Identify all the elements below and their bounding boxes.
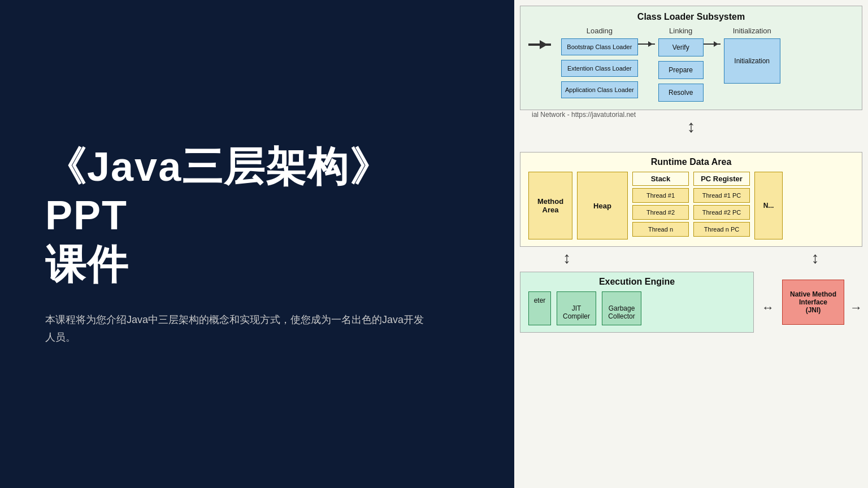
- pc-thread2: Thread #2 PC: [693, 205, 750, 220]
- stack-threads: Thread #1 Thread #2 Thread n: [632, 188, 689, 237]
- website-label: ial Network - https://javatutorial.net: [526, 110, 641, 120]
- pc-threads: Thread #1 PC Thread #2 PC Thread n PC: [693, 188, 750, 237]
- jit-box: JIT Compiler: [557, 291, 596, 325]
- resolve-box: Resolve: [658, 84, 704, 102]
- stack-threadn: Thread n: [632, 222, 689, 237]
- linking-init-arrow: [704, 43, 721, 45]
- left-panel: 《Java三层架构》 PPT 课件 本课程将为您介绍Java中三层架构的概念和实…: [0, 0, 514, 488]
- class-loader-title: Class Loader Subsystem: [528, 12, 854, 22]
- stack-group: Stack Thread #1 Thread #2 Thread n: [632, 172, 689, 239]
- loading-label: Loading: [561, 27, 638, 35]
- middle-arrows: ↕ ↕: [520, 247, 862, 269]
- right-panel: Class Loader Subsystem Loading Bootstrap…: [514, 0, 868, 488]
- native-stack-box: N...: [754, 172, 783, 239]
- linking-phase: Linking Verify Prepare Resolve: [658, 27, 704, 102]
- execution-section: Execution Engine eter JIT Compiler Garba…: [520, 272, 754, 333]
- pc-thread1: Thread #1 PC: [693, 188, 750, 203]
- application-loader-box: Application Class Loader: [561, 81, 638, 98]
- loading-linking-arrow: [638, 43, 655, 45]
- prepare-box: Prepare: [658, 61, 704, 79]
- class-loader-section: Class Loader Subsystem Loading Bootstrap…: [520, 6, 862, 110]
- native-right-arrow: →: [850, 300, 862, 315]
- method-area-box: Method Area: [528, 172, 572, 239]
- bottom-row: Execution Engine eter JIT Compiler Garba…: [520, 272, 862, 333]
- extension-loader-box: Extention Class Loader: [561, 60, 638, 77]
- pc-group: PC Register Thread #1 PC Thread #2 PC Th…: [693, 172, 750, 239]
- stack-thread2: Thread #2: [632, 205, 689, 220]
- exec-native-arrow: ↔: [760, 300, 776, 315]
- stack-thread1: Thread #1: [632, 188, 689, 203]
- subtitle: 本课程将为您介绍Java中三层架构的概念和实现方式，使您成为一名出色的Java开…: [45, 311, 429, 346]
- runtime-section: Runtime Data Area Method Area Heap Stack…: [520, 152, 862, 247]
- native-method-box: Native Method Interface (JNI): [782, 280, 844, 325]
- execution-title: Execution Engine: [528, 277, 745, 287]
- entry-arrow: [528, 43, 557, 46]
- diagram-container: Class Loader Subsystem Loading Bootstrap…: [514, 0, 868, 488]
- pc-label: PC Register: [693, 172, 750, 186]
- bootstrap-loader-box: Bootstrap Class Loader: [561, 38, 638, 55]
- linking-label: Linking: [658, 27, 704, 35]
- pc-threadn: Thread n PC: [693, 222, 750, 237]
- garbage-box: Garbage Collector: [602, 291, 641, 325]
- stack-label: Stack: [632, 172, 689, 186]
- runtime-title: Runtime Data Area: [528, 157, 854, 167]
- main-title: 《Java三层架构》 PPT 课件: [45, 142, 469, 289]
- init-phase: Initialization Initialization: [724, 27, 780, 84]
- heap-box: Heap: [577, 172, 628, 239]
- verify-box: Verify: [658, 38, 704, 56]
- init-box: Initialization: [724, 38, 780, 84]
- loading-phase: Loading Bootstrap Class Loader Extention…: [561, 27, 638, 98]
- init-label: Initialization: [724, 27, 780, 35]
- interpreter-box: eter: [528, 291, 551, 325]
